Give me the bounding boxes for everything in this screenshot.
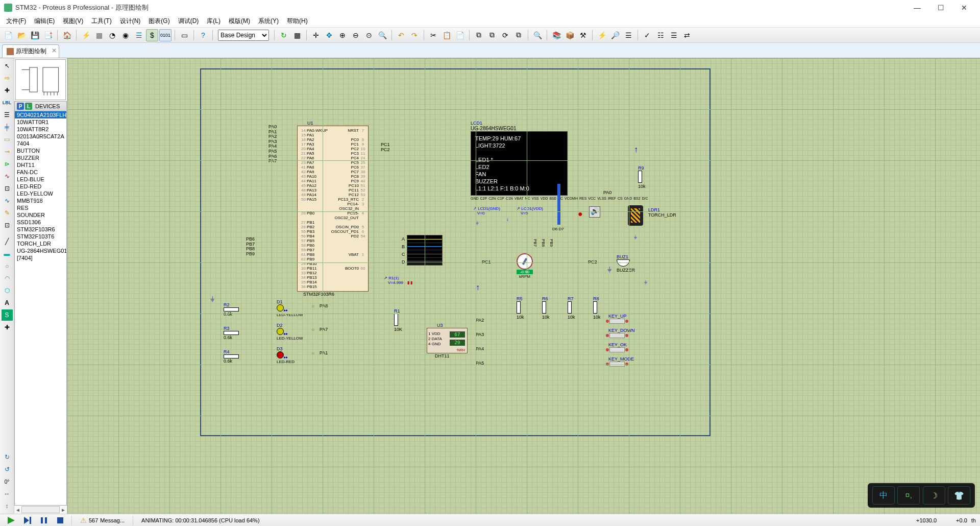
- bom-button[interactable]: $: [146, 29, 158, 41]
- erc-button[interactable]: ✓: [641, 29, 653, 41]
- close-project-button[interactable]: 📑: [42, 29, 54, 41]
- zoom-in-button[interactable]: ⊕: [336, 29, 349, 41]
- device-item[interactable]: 02013A0R5CAT2A: [15, 133, 66, 140]
- device-list[interactable]: 9C04021A2103FLH10WATT0R110WATT8R202013A0…: [14, 111, 67, 506]
- help-button[interactable]: ?: [197, 29, 209, 41]
- resistor-component[interactable]: [593, 301, 597, 314]
- 3d-button[interactable]: ◔: [106, 29, 118, 41]
- transfer-button[interactable]: ⇄: [681, 29, 693, 41]
- led-component[interactable]: [277, 304, 284, 312]
- grid-toggle-button[interactable]: ▦: [291, 29, 303, 41]
- tab-schematic[interactable]: 原理图绘制 ✕: [2, 44, 59, 58]
- menu-图表[interactable]: 图表(G): [144, 16, 174, 27]
- path-2d-button[interactable]: ⬡: [2, 285, 13, 296]
- device-item[interactable]: 9C04021A2103FLH: [15, 111, 66, 118]
- mcu-chip[interactable]: 14PA0-WKUPNRST715PA116PA2PC0817PA3PC1920…: [297, 126, 369, 292]
- zoom-out-button[interactable]: ⊖: [350, 29, 362, 41]
- mirror-h-button[interactable]: ↔: [2, 488, 13, 499]
- subcircuit-mode-button[interactable]: ▭: [2, 134, 13, 145]
- device-item[interactable]: SOUNDER: [15, 211, 66, 219]
- device-item[interactable]: FAN-DC: [15, 169, 66, 176]
- device-item[interactable]: SSD1306: [15, 219, 66, 226]
- block-delete-button[interactable]: ⧉: [512, 29, 525, 41]
- design-select[interactable]: Base Design: [218, 30, 269, 41]
- symbol-2d-button[interactable]: S: [2, 309, 13, 321]
- gerber-button[interactable]: ◉: [119, 29, 132, 41]
- circle-2d-button[interactable]: ○: [2, 260, 13, 272]
- menu-编辑[interactable]: 编辑(E): [30, 16, 59, 27]
- text-2d-button[interactable]: A: [2, 297, 13, 308]
- lcd-display[interactable]: TEMP:29 HUM:67LIGHT:3722 LED1 *LED2FANBU…: [471, 131, 568, 196]
- step-button[interactable]: [20, 515, 35, 525]
- resistor-component[interactable]: [224, 307, 239, 312]
- device-item[interactable]: [7404]: [15, 254, 66, 261]
- origin-button[interactable]: ✛: [310, 29, 322, 41]
- zoom-fit-button[interactable]: ⊙: [363, 29, 375, 41]
- select-mode-button[interactable]: ↖: [2, 60, 13, 71]
- schematic-canvas[interactable]: U1 14PA0-WKUPNRST715PA116PA2PC0817PA3PC1…: [67, 58, 980, 514]
- instrument-mode-button[interactable]: ⊡: [2, 220, 13, 231]
- menu-设计[interactable]: 设计(N): [116, 16, 145, 27]
- line-2d-button[interactable]: ╱: [2, 236, 13, 247]
- device-item[interactable]: LED-BLUE: [15, 176, 66, 183]
- rotate-cw-button[interactable]: ↻: [2, 451, 13, 463]
- device-item[interactable]: UG-2864HSWEG01: [15, 247, 66, 254]
- run-button[interactable]: [4, 515, 18, 525]
- rotate-ccw-button[interactable]: ↺: [2, 464, 13, 475]
- ime-button[interactable]: 中: [872, 486, 895, 505]
- menu-系统[interactable]: 系统(Y): [254, 16, 283, 27]
- component-mode-button[interactable]: ⇨: [2, 73, 13, 84]
- new-file-button[interactable]: 📄: [2, 29, 14, 41]
- block-rotate-button[interactable]: ⟳: [499, 29, 511, 41]
- resistor-component[interactable]: [224, 331, 239, 335]
- ime-button[interactable]: ☽: [923, 486, 945, 505]
- schematic-button[interactable]: ⚡: [80, 29, 92, 41]
- buzzer-component[interactable]: [617, 259, 630, 267]
- device-item[interactable]: 10WATT8R2: [15, 126, 66, 133]
- tool-unknown-1[interactable]: ▭: [178, 29, 190, 41]
- menu-文件[interactable]: 文件(F): [2, 16, 30, 27]
- cut-button[interactable]: ✂: [427, 29, 439, 41]
- probe-mode-button[interactable]: ✎: [2, 207, 13, 219]
- menu-模版[interactable]: 模版(M): [225, 16, 254, 27]
- device-item[interactable]: BUTTON: [15, 147, 66, 154]
- resistor-component[interactable]: [224, 354, 239, 358]
- maximize-button[interactable]: ☐: [929, 0, 952, 15]
- library-button[interactable]: 📚: [550, 29, 562, 41]
- pan-button[interactable]: ✥: [323, 29, 335, 41]
- design-explorer-button[interactable]: ☰: [133, 29, 145, 41]
- button-component[interactable]: [609, 362, 625, 367]
- devlist-hscroll[interactable]: ◄ ►: [14, 506, 67, 514]
- package-button[interactable]: 📦: [564, 29, 576, 41]
- r9-component[interactable]: [638, 171, 642, 183]
- save-button[interactable]: 💾: [29, 29, 41, 41]
- marker-2d-button[interactable]: ✚: [2, 322, 13, 333]
- box-2d-button[interactable]: ▬: [2, 248, 13, 259]
- ldr-component[interactable]: [628, 205, 643, 226]
- device-item[interactable]: LED-RED: [15, 183, 66, 190]
- device-item[interactable]: STM32F103T6: [15, 233, 66, 240]
- pause-button[interactable]: [37, 515, 51, 525]
- fan-motor[interactable]: [517, 253, 533, 270]
- tape-mode-button[interactable]: ⊡: [2, 183, 13, 194]
- mirror-v-button[interactable]: ↕: [2, 500, 13, 512]
- property-assign-button[interactable]: ☰: [622, 29, 634, 41]
- text-script-button[interactable]: ☰: [2, 109, 13, 121]
- ime-toolbar[interactable]: 中¤,☽👕: [868, 483, 975, 508]
- button-component[interactable]: [609, 319, 625, 324]
- device-item[interactable]: 10WATT0R1: [15, 118, 66, 126]
- dht11-component[interactable]: 1 VDD 2 DATA 4 GND 67 29 %RH: [427, 328, 468, 353]
- device-item[interactable]: MMBT918: [15, 197, 66, 204]
- graph-mode-button[interactable]: ∿: [2, 171, 13, 182]
- decompose-button[interactable]: ⚒: [577, 29, 589, 41]
- library-device-button[interactable]: L: [25, 103, 32, 110]
- refresh-button[interactable]: ↻: [278, 29, 290, 41]
- resistor-component[interactable]: [517, 301, 521, 314]
- button-component[interactable]: [609, 347, 625, 352]
- device-item[interactable]: 7404: [15, 140, 66, 147]
- block-copy-button[interactable]: ⧉: [473, 29, 485, 41]
- led-component[interactable]: [277, 351, 284, 358]
- terminal-mode-button[interactable]: ⊸: [2, 146, 13, 157]
- tab-close-button[interactable]: ✕: [52, 47, 57, 54]
- copy-button[interactable]: 📋: [440, 29, 453, 41]
